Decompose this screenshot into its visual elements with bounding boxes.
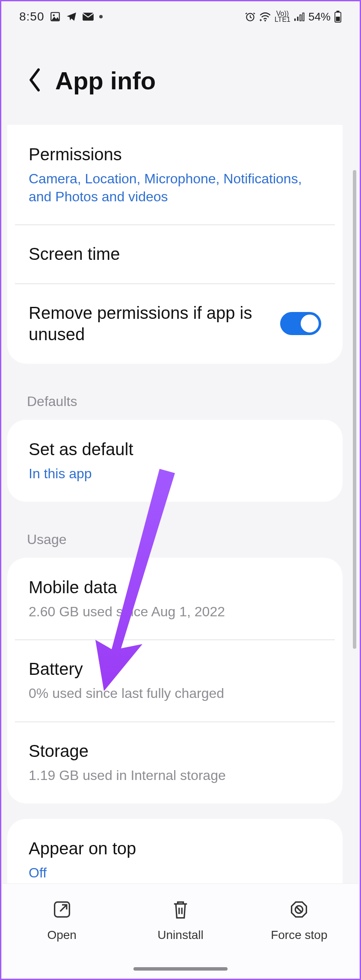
status-right: Vo)) LTE1 54% (245, 10, 342, 24)
more-notifications-dot-icon (99, 15, 103, 18)
svg-rect-10 (336, 17, 340, 21)
page-header: App info (1, 28, 360, 125)
storage-value: 1.19 GB used in Internal storage (29, 767, 321, 785)
remove-permissions-toggle[interactable] (280, 312, 321, 335)
svg-rect-6 (297, 17, 299, 21)
card-defaults: Set as default In this app (7, 420, 343, 502)
clock-text: 8:50 (19, 10, 44, 24)
status-left: 8:50 (19, 10, 103, 24)
action-bar: Open Uninstall Force stop (3, 883, 358, 977)
signal-icon (294, 12, 305, 21)
back-icon[interactable] (26, 67, 43, 94)
permissions-value: Camera, Location, Microphone, Notificati… (29, 170, 321, 206)
force-stop-icon (288, 898, 310, 922)
row-set-as-default[interactable]: Set as default In this app (7, 420, 343, 502)
row-screen-time[interactable]: Screen time (7, 224, 343, 283)
row-mobile-data[interactable]: Mobile data 2.60 GB used since Aug 1, 20… (7, 558, 343, 640)
remove-permissions-label: Remove permissions if app is unused (29, 302, 267, 345)
appear-on-top-value: Off (29, 864, 321, 882)
uninstall-button[interactable]: Uninstall (122, 898, 240, 942)
force-stop-button[interactable]: Force stop (240, 898, 358, 942)
picture-icon (50, 11, 61, 22)
row-permissions[interactable]: Permissions Camera, Location, Microphone… (7, 125, 343, 224)
battery-value: 0% used since last fully charged (29, 685, 321, 703)
status-bar: 8:50 Vo)) LTE1 54% (1, 1, 360, 28)
volte-bot: LTE1 (275, 17, 290, 23)
scroll-indicator[interactable] (353, 170, 356, 649)
battery-percent: 54% (308, 10, 331, 24)
permissions-label: Permissions (29, 144, 321, 165)
screen-time-label: Screen time (29, 243, 321, 265)
volte-indicator: Vo)) LTE1 (275, 11, 290, 23)
page-title: App info (55, 66, 156, 95)
battery-label: Battery (29, 658, 321, 680)
section-usage: Usage (1, 517, 349, 558)
card-usage: Mobile data 2.60 GB used since Aug 1, 20… (7, 558, 343, 803)
trash-icon (169, 898, 192, 922)
wifi-icon (259, 12, 271, 21)
uninstall-label: Uninstall (157, 928, 203, 942)
svg-point-1 (53, 15, 54, 16)
mobile-data-label: Mobile data (29, 577, 321, 598)
gesture-nav-pill[interactable] (133, 967, 228, 971)
set-default-value: In this app (29, 465, 321, 483)
force-stop-label: Force stop (271, 928, 327, 942)
svg-rect-7 (300, 15, 301, 21)
alarm-icon (245, 11, 256, 22)
row-battery[interactable]: Battery 0% used since last fully charged (7, 639, 343, 721)
svg-rect-11 (337, 11, 340, 12)
svg-point-4 (264, 20, 266, 21)
mail-icon (82, 12, 94, 21)
row-storage[interactable]: Storage 1.19 GB used in Internal storage (7, 721, 343, 803)
battery-icon (334, 11, 342, 23)
mobile-data-value: 2.60 GB used since Aug 1, 2022 (29, 603, 321, 621)
storage-label: Storage (29, 740, 321, 762)
telegram-icon (66, 11, 77, 22)
section-defaults: Defaults (1, 379, 349, 420)
open-label: Open (47, 928, 77, 942)
appear-on-top-label: Appear on top (29, 838, 321, 859)
open-icon (51, 898, 73, 922)
open-button[interactable]: Open (3, 898, 121, 942)
svg-rect-8 (303, 13, 304, 21)
svg-rect-5 (294, 18, 296, 21)
card-app-settings: Permissions Camera, Location, Microphone… (7, 125, 343, 364)
set-default-label: Set as default (29, 438, 321, 460)
row-remove-permissions[interactable]: Remove permissions if app is unused (7, 283, 343, 364)
